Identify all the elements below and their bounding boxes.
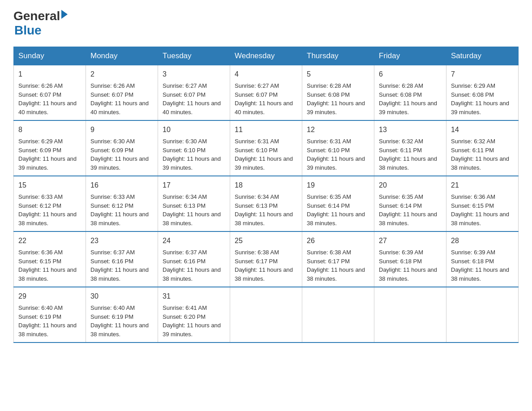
day-number: 20: [379, 180, 442, 191]
day-number: 17: [163, 180, 225, 191]
calendar-cell: 18Sunrise: 6:34 AMSunset: 6:13 PMDayligh…: [230, 176, 302, 231]
sunset-info: Sunset: 6:17 PM: [235, 258, 278, 265]
week-row-5: 29Sunrise: 6:40 AMSunset: 6:19 PMDayligh…: [14, 287, 519, 342]
week-row-4: 22Sunrise: 6:36 AMSunset: 6:15 PMDayligh…: [14, 231, 519, 287]
logo: General Blue: [13, 9, 68, 38]
sunrise-info: Sunrise: 6:34 AM: [163, 193, 207, 200]
calendar-cell: 8Sunrise: 6:29 AMSunset: 6:09 PMDaylight…: [14, 120, 86, 176]
sunrise-info: Sunrise: 6:32 AM: [451, 138, 495, 145]
sunset-info: Sunset: 6:10 PM: [163, 147, 206, 154]
week-row-1: 1Sunrise: 6:26 AMSunset: 6:07 PMDaylight…: [14, 65, 519, 121]
calendar-cell: [374, 287, 446, 342]
sunrise-info: Sunrise: 6:37 AM: [163, 249, 207, 256]
day-header-thursday: Thursday: [302, 47, 374, 65]
day-number: 16: [90, 180, 153, 191]
daylight-info: Daylight: 11 hours and 39 minutes.: [235, 155, 293, 171]
sunrise-info: Sunrise: 6:38 AM: [235, 249, 279, 256]
sunset-info: Sunset: 6:14 PM: [379, 202, 422, 209]
calendar-cell: 10Sunrise: 6:30 AMSunset: 6:10 PMDayligh…: [158, 120, 230, 176]
day-header-wednesday: Wednesday: [230, 47, 302, 65]
calendar-cell: 23Sunrise: 6:37 AMSunset: 6:16 PMDayligh…: [86, 231, 158, 287]
calendar-cell: 15Sunrise: 6:33 AMSunset: 6:12 PMDayligh…: [14, 176, 86, 231]
calendar-cell: 5Sunrise: 6:28 AMSunset: 6:08 PMDaylight…: [302, 65, 374, 121]
daylight-info: Daylight: 11 hours and 38 minutes.: [18, 211, 77, 227]
daylight-info: Daylight: 11 hours and 39 minutes.: [18, 155, 77, 171]
day-number: 6: [379, 69, 442, 80]
sunset-info: Sunset: 6:12 PM: [90, 202, 133, 209]
week-row-3: 15Sunrise: 6:33 AMSunset: 6:12 PMDayligh…: [14, 176, 519, 231]
sunrise-info: Sunrise: 6:27 AM: [235, 82, 279, 89]
sunset-info: Sunset: 6:07 PM: [235, 91, 278, 98]
day-number: 10: [163, 124, 225, 135]
day-number: 28: [451, 235, 514, 246]
day-number: 8: [18, 124, 81, 135]
calendar-cell: 22Sunrise: 6:36 AMSunset: 6:15 PMDayligh…: [14, 231, 86, 287]
sunrise-info: Sunrise: 6:26 AM: [18, 82, 63, 89]
daylight-info: Daylight: 11 hours and 38 minutes.: [451, 266, 509, 282]
daylight-info: Daylight: 11 hours and 40 minutes.: [235, 100, 293, 116]
sunset-info: Sunset: 6:18 PM: [451, 258, 494, 265]
sunrise-info: Sunrise: 6:30 AM: [90, 138, 135, 145]
calendar-cell: 19Sunrise: 6:35 AMSunset: 6:14 PMDayligh…: [302, 176, 374, 231]
sunset-info: Sunset: 6:19 PM: [90, 313, 133, 320]
calendar-cell: 21Sunrise: 6:36 AMSunset: 6:15 PMDayligh…: [446, 176, 519, 231]
calendar-cell: 26Sunrise: 6:38 AMSunset: 6:17 PMDayligh…: [302, 231, 374, 287]
calendar-cell: 20Sunrise: 6:35 AMSunset: 6:14 PMDayligh…: [374, 176, 446, 231]
day-number: 27: [379, 235, 442, 246]
sunrise-info: Sunrise: 6:40 AM: [90, 304, 135, 311]
calendar-cell: 14Sunrise: 6:32 AMSunset: 6:11 PMDayligh…: [446, 120, 519, 176]
sunset-info: Sunset: 6:13 PM: [163, 202, 206, 209]
calendar-cell: 25Sunrise: 6:38 AMSunset: 6:17 PMDayligh…: [230, 231, 302, 287]
day-number: 22: [18, 235, 81, 246]
sunset-info: Sunset: 6:08 PM: [379, 91, 422, 98]
sunrise-info: Sunrise: 6:27 AM: [163, 82, 207, 89]
day-number: 13: [379, 124, 442, 135]
day-number: 3: [163, 69, 225, 80]
daylight-info: Daylight: 11 hours and 39 minutes.: [163, 322, 221, 338]
sunset-info: Sunset: 6:11 PM: [379, 147, 422, 154]
day-number: 4: [235, 69, 297, 80]
calendar-cell: 11Sunrise: 6:31 AMSunset: 6:10 PMDayligh…: [230, 120, 302, 176]
daylight-info: Daylight: 11 hours and 38 minutes.: [90, 211, 149, 227]
sunset-info: Sunset: 6:07 PM: [90, 91, 133, 98]
calendar-cell: 4Sunrise: 6:27 AMSunset: 6:07 PMDaylight…: [230, 65, 302, 121]
calendar-cell: 3Sunrise: 6:27 AMSunset: 6:07 PMDaylight…: [158, 65, 230, 121]
daylight-info: Daylight: 11 hours and 38 minutes.: [235, 266, 293, 282]
daylight-info: Daylight: 11 hours and 38 minutes.: [163, 211, 221, 227]
day-number: 29: [18, 291, 81, 302]
daylight-info: Daylight: 11 hours and 39 minutes.: [451, 100, 509, 116]
day-number: 25: [235, 235, 297, 246]
daylight-info: Daylight: 11 hours and 38 minutes.: [163, 266, 221, 282]
calendar-cell: [230, 287, 302, 342]
sunrise-info: Sunrise: 6:36 AM: [18, 249, 63, 256]
sunrise-info: Sunrise: 6:40 AM: [18, 304, 63, 311]
daylight-info: Daylight: 11 hours and 38 minutes.: [18, 266, 77, 282]
day-number: 15: [18, 180, 81, 191]
daylight-info: Daylight: 11 hours and 39 minutes.: [90, 155, 149, 171]
sunset-info: Sunset: 6:07 PM: [163, 91, 206, 98]
sunrise-info: Sunrise: 6:37 AM: [90, 249, 135, 256]
sunrise-info: Sunrise: 6:39 AM: [379, 249, 423, 256]
daylight-info: Daylight: 11 hours and 38 minutes.: [307, 266, 365, 282]
calendar-cell: 12Sunrise: 6:31 AMSunset: 6:10 PMDayligh…: [302, 120, 374, 176]
day-header-saturday: Saturday: [446, 47, 519, 65]
daylight-info: Daylight: 11 hours and 38 minutes.: [379, 211, 437, 227]
daylight-info: Daylight: 11 hours and 39 minutes.: [163, 155, 221, 171]
sunrise-info: Sunrise: 6:31 AM: [307, 138, 351, 145]
daylight-info: Daylight: 11 hours and 38 minutes.: [90, 322, 149, 338]
daylight-info: Daylight: 11 hours and 39 minutes.: [307, 155, 365, 171]
calendar-cell: 28Sunrise: 6:39 AMSunset: 6:18 PMDayligh…: [446, 231, 519, 287]
day-number: 23: [90, 235, 153, 246]
sunset-info: Sunset: 6:10 PM: [235, 147, 278, 154]
daylight-info: Daylight: 11 hours and 39 minutes.: [379, 100, 437, 116]
calendar-cell: 1Sunrise: 6:26 AMSunset: 6:07 PMDaylight…: [14, 65, 86, 121]
day-number: 19: [307, 180, 369, 191]
calendar-body: 1Sunrise: 6:26 AMSunset: 6:07 PMDaylight…: [14, 65, 519, 343]
sunrise-info: Sunrise: 6:28 AM: [379, 82, 423, 89]
header-row: SundayMondayTuesdayWednesdayThursdayFrid…: [14, 47, 519, 65]
day-number: 12: [307, 124, 369, 135]
day-number: 2: [90, 69, 153, 80]
calendar-cell: 24Sunrise: 6:37 AMSunset: 6:16 PMDayligh…: [158, 231, 230, 287]
sunset-info: Sunset: 6:16 PM: [90, 258, 133, 265]
sunset-info: Sunset: 6:18 PM: [379, 258, 422, 265]
